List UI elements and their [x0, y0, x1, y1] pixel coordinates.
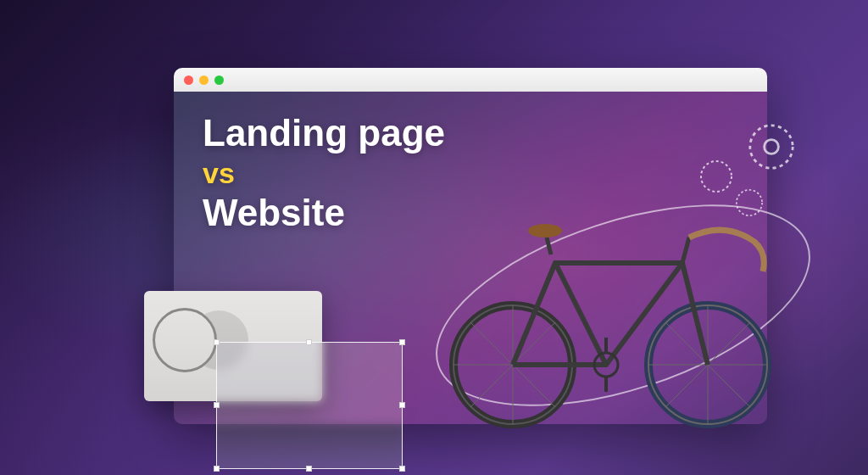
resize-handle[interactable]: [214, 339, 220, 345]
headline-line1: Landing page: [203, 112, 445, 154]
bicycle-icon: [420, 178, 793, 433]
svg-line-14: [470, 365, 513, 407]
minimize-icon[interactable]: [199, 75, 209, 85]
resize-handle[interactable]: [214, 402, 220, 408]
svg-line-10: [470, 322, 513, 365]
gear-icon: [742, 117, 801, 176]
maximize-icon[interactable]: [214, 75, 224, 85]
close-icon[interactable]: [184, 75, 193, 85]
svg-line-13: [513, 365, 555, 407]
window-content: Landing page vs Website: [174, 92, 767, 424]
svg-point-26: [528, 224, 562, 238]
svg-line-27: [682, 238, 689, 263]
browser-window-mockup: Landing page vs Website: [174, 68, 767, 424]
window-titlebar: [174, 68, 767, 92]
svg-point-0: [750, 126, 793, 168]
resize-handle[interactable]: [306, 466, 312, 472]
resize-handle[interactable]: [306, 339, 312, 345]
resize-handle[interactable]: [399, 339, 405, 345]
headline-line2: Website: [203, 192, 345, 233]
svg-line-24: [555, 263, 606, 365]
resize-handle[interactable]: [399, 466, 405, 472]
svg-line-25: [547, 238, 551, 254]
resize-handle[interactable]: [399, 402, 405, 408]
svg-line-17: [708, 322, 750, 365]
svg-line-22: [665, 365, 708, 407]
svg-line-21: [708, 365, 750, 407]
selection-box[interactable]: [216, 342, 403, 469]
resize-handle[interactable]: [214, 466, 220, 472]
svg-point-1: [765, 140, 779, 154]
